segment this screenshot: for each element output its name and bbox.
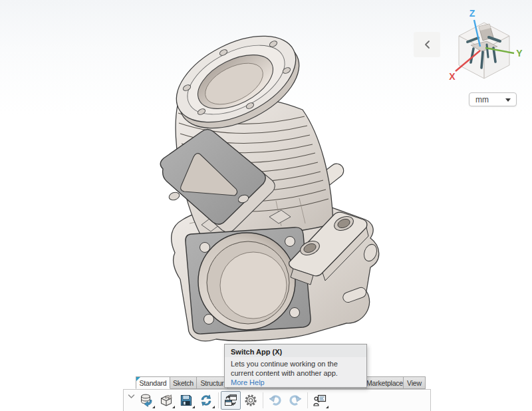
collaborate-button[interactable] <box>310 391 330 410</box>
toolbar-separator <box>218 392 219 408</box>
tooltip-body: Lets you continue working on the current… <box>225 357 366 378</box>
save-floppy-icon <box>179 393 194 408</box>
toolbar <box>123 389 431 411</box>
tab-standard[interactable]: Standard <box>136 376 170 389</box>
more-help-link[interactable]: More Help <box>225 378 366 390</box>
units-dropdown[interactable]: mm <box>469 92 517 106</box>
sync-arrows-icon <box>199 393 213 408</box>
caret-down-icon <box>505 98 511 102</box>
tab-structure[interactable]: Structur <box>196 376 228 389</box>
toolbar-separator <box>307 392 308 408</box>
panel-collapse-button[interactable] <box>414 32 440 57</box>
undo-button[interactable] <box>265 391 285 410</box>
cad-viewport[interactable]: Z Y X mm Standard Sketch Structur Market… <box>0 0 532 411</box>
y-axis-label: Y <box>516 48 523 59</box>
redo-arrow-icon <box>288 393 303 408</box>
part-box-icon <box>159 393 174 408</box>
open-from-library-button[interactable] <box>136 391 156 410</box>
database-icon <box>139 393 154 408</box>
tooltip-switch-app: Switch App (X) Lets you continue working… <box>224 344 367 388</box>
redo-button[interactable] <box>285 391 305 410</box>
z-axis-label: Z <box>469 8 475 19</box>
tab-marketplace[interactable]: Marketplace <box>366 376 404 389</box>
insert-part-button[interactable] <box>156 391 176 410</box>
toolbar-expand-button[interactable] <box>126 392 136 401</box>
save-button[interactable] <box>176 391 196 410</box>
settings-button[interactable] <box>241 391 261 410</box>
gear-icon <box>243 393 258 408</box>
toolbar-separator <box>263 392 263 408</box>
sync-button[interactable] <box>196 391 216 410</box>
tooltip-title: Switch App (X) <box>225 344 366 357</box>
switch-app-button[interactable] <box>221 391 241 410</box>
model-engine-cylinder[interactable] <box>70 27 389 346</box>
switch-app-icon <box>223 393 238 408</box>
undo-arrow-icon <box>268 393 283 408</box>
tab-view[interactable]: View <box>403 376 426 389</box>
front-bore-flange[interactable] <box>186 227 311 334</box>
units-value: mm <box>475 95 489 104</box>
chevron-left-icon <box>424 40 430 49</box>
view-cube[interactable]: Z Y X <box>447 7 525 88</box>
tab-sketch[interactable]: Sketch <box>170 376 197 389</box>
x-axis-label: X <box>449 71 456 82</box>
person-presentation-icon <box>313 393 327 408</box>
chevron-down-icon <box>128 394 135 399</box>
